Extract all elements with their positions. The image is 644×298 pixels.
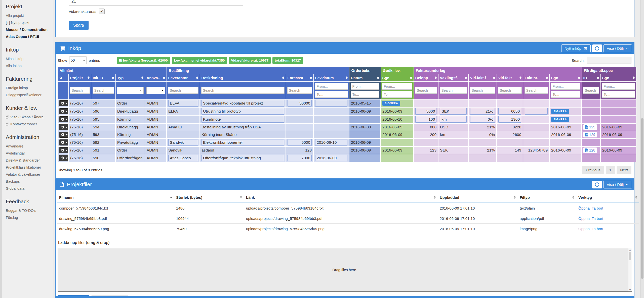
sidebar-item[interactable]: Förslag: [6, 214, 53, 221]
page-length-select[interactable]: 50: [69, 57, 87, 64]
editable-cell-value[interactable]: 2016-06-09: [315, 155, 347, 161]
files-column-header[interactable]: Storlek (bytes): [174, 192, 244, 203]
column-header-ansvarig[interactable]: Ansvarig: [145, 74, 167, 82]
column-header-leverantor[interactable]: Leverantör: [167, 74, 200, 82]
search-input[interactable]: [587, 57, 631, 64]
files-column-header[interactable]: Filnamn: [57, 192, 174, 203]
editable-cell-value[interactable]: Offertförfrågan, teknisk utrustning: [202, 155, 284, 161]
signera-button[interactable]: SIGNERA: [551, 117, 569, 122]
spec-id-link[interactable]: 129: [583, 132, 597, 137]
spec-id-link[interactable]: 128: [583, 147, 597, 153]
editable-cell-value[interactable]: 50000: [288, 100, 312, 107]
show-hide-button[interactable]: Visa / Dölj: [603, 181, 632, 188]
filter-select[interactable]: [117, 87, 144, 94]
file-tool-link[interactable]: Öppna: [578, 216, 590, 221]
editable-cell-value[interactable]: Atlas Copco: [168, 155, 198, 161]
filter-search-input[interactable]: [470, 87, 495, 94]
editable-cell-value[interactable]: 0%: [470, 116, 495, 123]
file-tool-link[interactable]: Ta bort: [592, 216, 603, 221]
scroll-up-icon[interactable]: ▲: [629, 249, 631, 251]
row-actions-button[interactable]: [59, 155, 68, 161]
sidebar-item[interactable]: Kontaktpersoner: [6, 121, 53, 128]
editable-cell-value[interactable]: 5000: [288, 139, 312, 146]
editable-cell-value[interactable]: 7000: [288, 155, 312, 161]
editable-cell-value[interactable]: Elektronikkomponenter: [202, 139, 284, 146]
editable-cell-value[interactable]: [525, 108, 548, 115]
column-header-vidfaktf[interactable]: Vid.fakt.f: [468, 74, 497, 82]
page-button[interactable]: Next: [617, 166, 631, 174]
column-header-vidfakt[interactable]: Vid.fakt: [497, 74, 523, 82]
filter-search-input[interactable]: [201, 87, 285, 94]
sidebar-item[interactable]: Alla projekt: [6, 12, 53, 19]
filter-from-input[interactable]: [382, 83, 412, 90]
filter-search-input[interactable]: [70, 87, 90, 94]
filter-from-input[interactable]: [315, 83, 348, 90]
column-header-fardigasgn[interactable]: Sgn: [600, 74, 636, 82]
column-header-datum[interactable]: Datum: [349, 74, 381, 82]
editable-cell-value[interactable]: 6050: [498, 108, 521, 115]
file-tool-link[interactable]: Ta bort: [592, 227, 603, 231]
sidebar-item[interactable]: Avdelningar: [6, 150, 53, 157]
column-header-godksgn[interactable]: Sgn: [381, 74, 414, 82]
filter-from-input[interactable]: [602, 83, 635, 90]
editable-cell-value[interactable]: 100: [415, 116, 436, 123]
editable-cell-value[interactable]: 5000: [415, 108, 436, 115]
row-actions-button[interactable]: [59, 147, 68, 153]
filter-to-input[interactable]: [551, 91, 580, 98]
sidebar-item[interactable]: Projektklassifikationer: [6, 164, 53, 171]
sidebar-item[interactable]: Buggar & TO-DO's: [6, 207, 53, 214]
spec-id-link[interactable]: 129: [583, 124, 597, 130]
sidebar-item[interactable]: Visa / Skapa / Ändra: [6, 114, 53, 121]
scrollbar-thumb[interactable]: [629, 252, 631, 260]
moms-field[interactable]: [69, 0, 243, 6]
files-column-header[interactable]: Filtyp: [518, 192, 576, 203]
editable-cell-value[interactable]: Kundmöte: [202, 116, 284, 123]
file-tool-link[interactable]: Ta bort: [592, 206, 603, 210]
column-header-beskrivning[interactable]: Beskrivning: [200, 74, 286, 82]
filter-search-input[interactable]: [168, 87, 198, 94]
row-actions-button[interactable]: [59, 139, 68, 145]
filter-from-input[interactable]: [551, 83, 580, 90]
editable-cell-value[interactable]: ELFA: [168, 100, 198, 107]
column-header-id[interactable]: ID: [582, 74, 600, 82]
column-header-inkid[interactable]: Ink-ID: [91, 74, 115, 82]
sidebar-item[interactable]: Utläggsspecifikationer: [6, 91, 53, 98]
files-column-header[interactable]: Länk: [244, 192, 438, 203]
editable-cell-value[interactable]: Utrustning till prototyp: [202, 108, 284, 115]
row-actions-button[interactable]: [59, 124, 68, 130]
files-column-header[interactable]: Verktyg: [576, 192, 639, 203]
signera-button[interactable]: SIGNERA: [551, 109, 569, 114]
filter-to-input[interactable]: [315, 91, 348, 98]
sidebar-item[interactable]: Mina inköp: [6, 55, 53, 62]
editable-cell-value[interactable]: 21%: [470, 108, 495, 115]
sidebar-item[interactable]: Användare: [6, 143, 53, 150]
filter-search-input[interactable]: [93, 87, 114, 94]
editable-cell-value[interactable]: 1300: [498, 116, 521, 123]
show-hide-button[interactable]: Visa / Dölj: [603, 44, 632, 52]
sidebar-item[interactable]: Backups: [6, 178, 53, 185]
sidebar-item[interactable]: Färdiga inköp: [6, 84, 53, 91]
filter-search-input[interactable]: [498, 87, 522, 94]
gear-column-header[interactable]: [57, 74, 68, 82]
column-header-levdatum[interactable]: Lev.datum: [313, 74, 349, 82]
column-header-projekt[interactable]: Projekt: [68, 74, 91, 82]
page-button[interactable]: 1: [606, 166, 615, 174]
row-actions-button[interactable]: [59, 108, 68, 114]
refresh-button[interactable]: [592, 44, 602, 52]
filter-search-input[interactable]: [287, 87, 312, 94]
column-header-fakturasgn[interactable]: Sgn: [549, 74, 582, 82]
new-inkop-button[interactable]: Nytt inköp: [561, 44, 591, 52]
filter-select[interactable]: [146, 87, 165, 94]
editable-cell-value[interactable]: SEK: [440, 108, 467, 115]
filter-to-input[interactable]: [351, 91, 379, 98]
scroll-down-icon[interactable]: ▼: [629, 289, 631, 291]
editable-cell-value[interactable]: Specialverktyg kopplade till projekt: [202, 100, 284, 107]
filter-from-input[interactable]: [351, 83, 379, 90]
column-header-belopp[interactable]: Belopp: [414, 74, 438, 82]
column-header-faktnr[interactable]: Fakt.nr.: [523, 74, 549, 82]
file-tool-link[interactable]: Öppna: [578, 227, 590, 231]
editable-cell-value[interactable]: [315, 100, 347, 107]
file-drop-area[interactable]: Drag files here. ▲ ▼: [58, 248, 632, 292]
sidebar-item[interactable]: Alla inköp: [6, 62, 53, 69]
column-header-typ[interactable]: Typ: [115, 74, 145, 82]
